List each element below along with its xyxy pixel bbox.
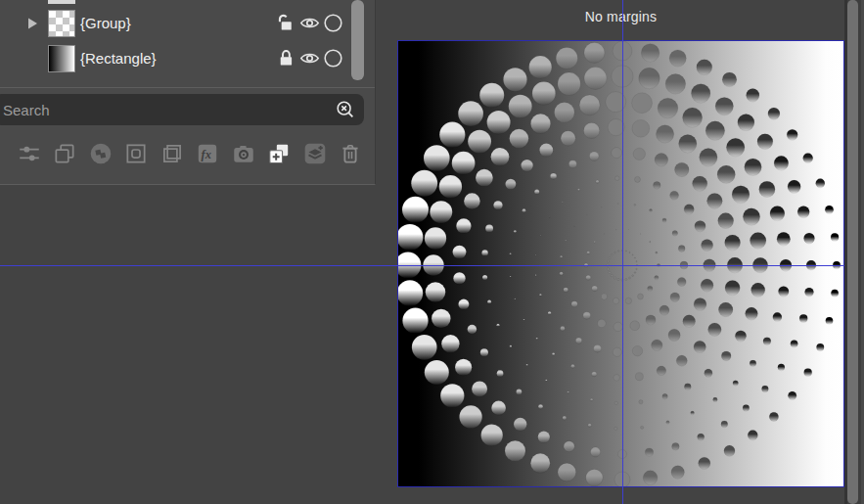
lock-open-icon[interactable] (276, 13, 296, 33)
panel-scrollbar-thumb[interactable] (351, 0, 364, 80)
layer-label: {Group} (80, 6, 131, 41)
visibility-eye-icon[interactable] (298, 13, 321, 33)
mask-layer-icon[interactable] (123, 141, 149, 166)
selection-circle-icon[interactable] (323, 48, 343, 69)
adjustments-icon[interactable] (17, 141, 42, 166)
search-clear-icon[interactable] (335, 99, 356, 120)
layer-effects-icon[interactable]: fx (195, 141, 220, 166)
layer-row-rectangle[interactable]: {Rectangle} (0, 41, 352, 76)
selection-circle-icon[interactable] (323, 13, 343, 33)
svg-text:fx: fx (202, 148, 211, 161)
snapshot-camera-icon[interactable] (231, 141, 256, 166)
partial-layer-thumbnail[interactable] (48, 0, 75, 4)
expander-arrow-icon[interactable] (27, 18, 38, 29)
artboard[interactable] (397, 40, 844, 487)
layer-row-group[interactable]: {Group} (0, 6, 352, 41)
search-input[interactable] (0, 94, 364, 125)
lock-closed-icon[interactable] (276, 48, 296, 69)
halftone-sphere-pattern (398, 41, 843, 486)
search-field[interactable] (0, 94, 364, 125)
layer-label: {Rectangle} (80, 41, 157, 76)
vertical-guide[interactable] (622, 0, 623, 504)
visibility-eye-icon[interactable] (298, 48, 321, 69)
clip-layer-icon[interactable] (159, 141, 185, 166)
horizontal-guide[interactable] (0, 265, 864, 266)
add-layer-icon[interactable] (266, 141, 292, 166)
blend-options-icon[interactable] (88, 141, 114, 166)
layer-thumbnail-checkerboard[interactable] (48, 10, 75, 37)
right-scrollbar-thumb[interactable] (847, 0, 858, 504)
delete-layer-icon[interactable] (338, 141, 363, 166)
artboard-label[interactable]: No margins (397, 9, 844, 24)
layer-thumbnail-gradient[interactable] (48, 45, 75, 72)
duplicate-layer-icon[interactable] (52, 141, 77, 166)
layers-toolbar: fx (0, 141, 375, 172)
add-layer-group-icon[interactable] (302, 141, 328, 166)
panel-separator (0, 87, 375, 88)
application-window: No margins {Group} (0, 0, 864, 504)
right-scrollbar[interactable] (844, 0, 864, 504)
layers-panel: {Group} {Rectangle} (0, 0, 376, 185)
